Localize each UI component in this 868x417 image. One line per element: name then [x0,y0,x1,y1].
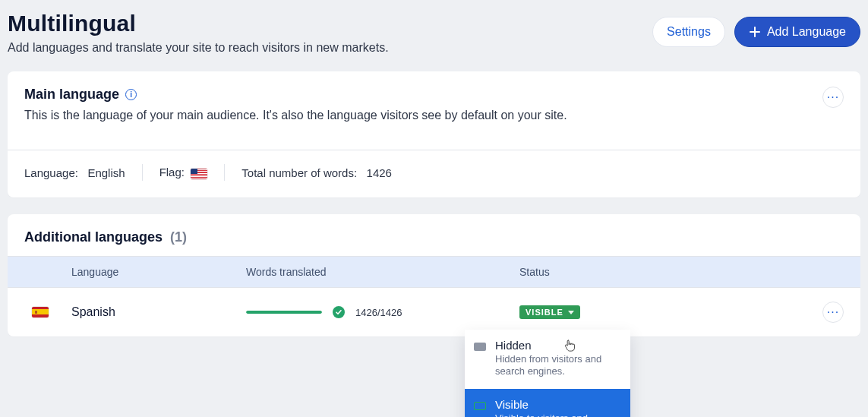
check-icon [333,306,345,318]
hidden-swatch-icon [474,343,486,351]
main-language-more-button[interactable]: ··· [822,87,844,108]
add-language-button[interactable]: Add Language [734,17,860,47]
translation-progress-bar [246,311,322,314]
settings-button-label: Settings [667,25,711,39]
status-option-visible-desc: Visible to visitors and search engines. [495,412,620,418]
row-words-count: 1426/1426 [355,307,402,318]
table-row: Spanish 1426/1426 VISIBLE [8,288,860,336]
status-option-hidden-desc: Hidden from visitors and search engines. [495,353,620,378]
main-language-card: Main language i This is the language of … [8,71,860,197]
status-badge[interactable]: VISIBLE [519,305,580,319]
total-words-value: 1426 [367,166,392,179]
status-dropdown: Hidden Hidden from visitors and search e… [465,330,630,417]
col-words-translated: Words translated [246,266,519,278]
flag-label: Flag: [159,166,185,178]
status-badge-label: VISIBLE [526,308,563,317]
page-subtitle: Add languages and translate your site to… [8,41,389,55]
row-language-name: Spanish [71,305,246,319]
row-more-button[interactable]: ··· [822,302,844,323]
status-option-visible-title: Visible [495,398,620,411]
separator [142,164,143,181]
main-language-title: Main language i [24,87,567,103]
status-option-visible[interactable]: Visible Visible to visitors and search e… [465,389,630,418]
additional-languages-count: (1) [170,229,187,245]
languages-table-header: Language Words translated Status [8,256,860,288]
plus-icon [749,26,761,38]
add-language-button-label: Add Language [767,25,846,39]
es-flag-icon [32,307,49,317]
total-words-label: Total number of words: [241,166,357,179]
additional-languages-card: Additional languages (1) Language Words … [8,214,860,336]
col-status: Status [519,266,717,278]
separator [224,164,225,181]
info-icon[interactable]: i [125,89,137,100]
language-label: Language: [24,166,78,179]
chevron-down-icon [568,311,574,314]
status-option-hidden[interactable]: Hidden Hidden from visitors and search e… [465,330,630,389]
additional-languages-title: Additional languages [24,229,163,245]
settings-button[interactable]: Settings [652,17,725,47]
language-value: English [87,166,125,179]
us-flag-icon [191,169,207,179]
visible-swatch-icon [474,402,486,410]
status-option-hidden-title: Hidden [495,339,620,352]
main-language-title-text: Main language [24,87,119,103]
col-language: Language [71,266,246,278]
page-title: Multilingual [8,11,389,36]
main-language-desc: This is the language of your main audien… [24,109,567,122]
